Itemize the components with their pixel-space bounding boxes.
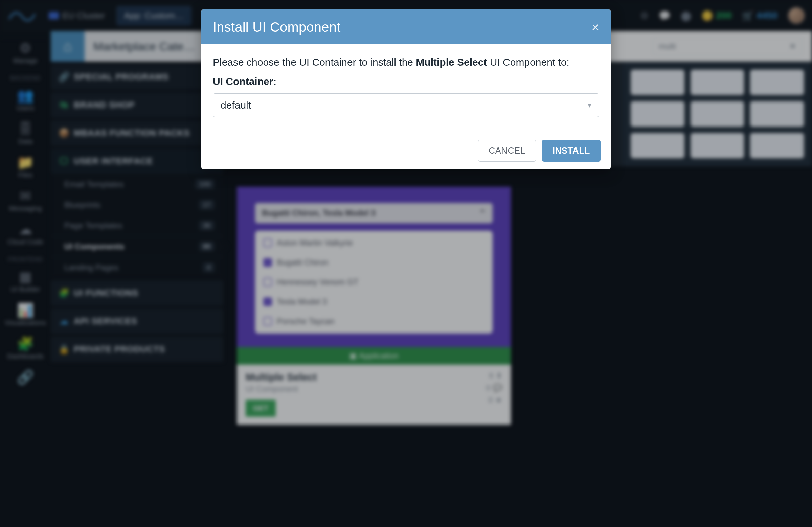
install-button[interactable]: INSTALL (542, 140, 600, 162)
modal-body-prefix: Please choose the UI Container to instal… (213, 57, 416, 68)
modal-header: Install UI Component × (201, 10, 611, 44)
modal-instruction: Please choose the UI Container to instal… (213, 55, 599, 70)
ui-container-label: UI Container: (213, 74, 599, 90)
ui-container-select[interactable]: default ▾ (213, 93, 599, 117)
modal-overlay[interactable]: Install UI Component × Please choose the… (0, 0, 812, 527)
cancel-button[interactable]: CANCEL (478, 140, 536, 162)
modal-body-suffix: UI Component to: (487, 57, 569, 68)
modal-footer: CANCEL INSTALL (201, 132, 611, 169)
chevron-down-icon: ▾ (588, 100, 591, 111)
modal-body: Please choose the UI Container to instal… (201, 44, 611, 132)
modal-component-name: Multiple Select (416, 57, 487, 68)
modal-title: Install UI Component (213, 20, 341, 35)
close-icon[interactable]: × (592, 21, 599, 34)
install-modal: Install UI Component × Please choose the… (201, 10, 611, 169)
select-value: default (221, 98, 251, 113)
